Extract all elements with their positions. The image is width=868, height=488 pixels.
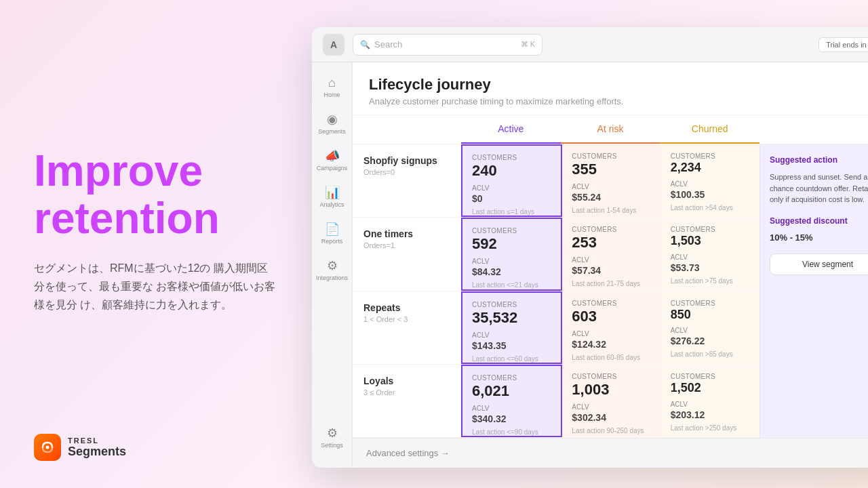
cell-repeats-churned[interactable]: Customers 850 ACLV $276.22 Last action >…: [661, 291, 760, 364]
cell-loyals-churned[interactable]: Customers 1,502 ACLV $203.12 Last action…: [661, 365, 760, 437]
cell-onetimers-atrisk[interactable]: Customers 253 ACLV $57.34 Last action 21…: [562, 218, 660, 290]
hero-description: セグメントは、RFMに基づいた12の 購入期間区分を使って、最も重要な お客様や…: [34, 259, 278, 314]
cell-loyals-atrisk[interactable]: Customers 1,003 ACLV $302.34 Last action…: [562, 365, 660, 437]
row-meta: Orders=0: [363, 168, 450, 176]
table-area: Active At risk Churned Shopfiy signups O…: [353, 115, 868, 438]
page-subtitle: Analyze customer purchase timing to maxi…: [369, 96, 868, 106]
content-area: Lifecycle journey Analyze customer purch…: [353, 62, 868, 468]
advanced-settings-link[interactable]: Advanced settings →: [366, 448, 450, 458]
suggested-discount-value: 10% - 15%: [770, 232, 868, 243]
suggested-action-desc: Suppress and sunset. Send a last chance …: [770, 171, 868, 205]
table-row: Loyals 3 ≤ Order Customers 6,021 ACLV $3…: [353, 365, 760, 438]
main-area: ⌂ Home ◉ Segments 📣 Campaigns 📊 Analytic…: [312, 62, 868, 468]
sidebar-item-campaigns[interactable]: 📣 Campaigns: [315, 143, 350, 177]
cell-loyals-active[interactable]: Customers 6,021 ACLV $340.32 Last action…: [461, 365, 562, 437]
search-icon: 🔍: [360, 40, 370, 49]
sidebar-item-analytics[interactable]: 📊 Analytics: [315, 180, 350, 214]
top-bar: A 🔍 Search ⌘ K Trial ends in 24: [312, 27, 868, 62]
brand-name-top: TRESL: [68, 436, 126, 445]
cell-onetimers-churned[interactable]: Customers 1,503 ACLV $53.73 Last action …: [661, 218, 760, 290]
cell-shopify-active[interactable]: Customers 240 ACLV $0 Last action ≤=1 da…: [461, 144, 562, 217]
sidebar-item-home[interactable]: ⌂ Home: [315, 70, 350, 104]
sidebar-label-settings: Settings: [321, 442, 343, 449]
integrations-icon: ⚙: [327, 258, 338, 273]
search-shortcut: ⌘ K: [521, 40, 535, 49]
sidebar-item-segments[interactable]: ◉ Segments: [315, 106, 350, 140]
search-placeholder: Search: [374, 39, 402, 49]
row-label-repeats: Repeats 1 < Order < 3: [353, 291, 461, 364]
data-rows: Shopfiy signups Orders=0 Customers 240 A…: [353, 144, 760, 438]
brand-logo: TRESL Segments: [34, 434, 126, 461]
view-segment-button[interactable]: View segment: [770, 253, 868, 275]
home-icon: ⌂: [328, 76, 336, 90]
cell-repeats-active[interactable]: Customers 35,532 ACLV $143.35 Last actio…: [461, 291, 562, 364]
svg-point-0: [46, 446, 50, 449]
sidebar-label-integrations: Integrations: [316, 274, 348, 281]
suggested-panel: Suggested action Suppress and sunset. Se…: [760, 144, 868, 438]
sidebar-label-segments: Segments: [318, 128, 346, 135]
trial-badge: Trial ends in 24: [818, 37, 868, 52]
sidebar-label-analytics: Analytics: [319, 201, 344, 208]
sidebar-label-home: Home: [323, 92, 340, 98]
sidebar-item-settings[interactable]: ⚙ Settings: [315, 420, 350, 454]
cell-shopify-churned[interactable]: Customers 2,234 ACLV $100.35 Last action…: [661, 144, 760, 217]
table-row: One timers Orders=1 Customers 592 ACLV $…: [353, 218, 760, 291]
table-row: Repeats 1 < Order < 3 Customers 35,532 A…: [353, 291, 760, 365]
brand-name-bottom: Segments: [68, 445, 126, 459]
tab-active[interactable]: Active: [461, 115, 561, 144]
sidebar-label-campaigns: Campaigns: [317, 165, 348, 171]
row-label-shopify: Shopfiy signups Orders=0: [353, 144, 461, 217]
sidebar-item-integrations[interactable]: ⚙ Integrations: [315, 253, 350, 287]
row-label-onetimers: One timers Orders=1: [353, 218, 461, 290]
page-title: Lifecycle journey: [369, 76, 868, 94]
brand-text: TRESL Segments: [68, 436, 126, 459]
segments-icon: ◉: [327, 112, 338, 127]
row-name: Shopfiy signups: [363, 155, 450, 166]
row-label-loyals: Loyals 3 ≤ Order: [353, 365, 461, 437]
hero-section: Improve retention セグメントは、RFMに基づいた12の 購入期…: [0, 0, 312, 488]
hero-title: Improve retention: [34, 147, 278, 243]
table-row: Shopfiy signups Orders=0 Customers 240 A…: [353, 144, 760, 218]
tab-churned[interactable]: Churned: [660, 115, 760, 144]
cell-repeats-atrisk[interactable]: Customers 603 ACLV $124.32 Last action 6…: [562, 291, 660, 364]
sidebar-label-reports: Reports: [321, 238, 343, 245]
settings-icon: ⚙: [327, 426, 338, 441]
search-bar[interactable]: 🔍 Search ⌘ K: [353, 34, 542, 56]
tab-header-row: Active At risk Churned: [353, 115, 868, 144]
customers-value: 240: [472, 163, 551, 179]
avatar: A: [323, 34, 344, 56]
cell-onetimers-active[interactable]: Customers 592 ACLV $84.32 Last action <=…: [461, 218, 562, 290]
sidebar-item-reports[interactable]: 📄 Reports: [315, 216, 350, 250]
brand-icon: [34, 434, 61, 461]
cell-shopify-atrisk[interactable]: Customers 355 ACLV $55.24 Last action 1-…: [562, 144, 660, 217]
campaigns-icon: 📣: [325, 148, 340, 163]
suggested-action-title: Suggested action: [770, 155, 868, 165]
suggested-discount-title: Suggested discount: [770, 216, 868, 226]
reports-icon: 📄: [325, 222, 340, 237]
app-window: A 🔍 Search ⌘ K Trial ends in 24 ⌂ Home ◉…: [312, 27, 868, 468]
tab-atrisk[interactable]: At risk: [561, 115, 660, 144]
analytics-icon: 📊: [325, 185, 340, 200]
sidebar: ⌂ Home ◉ Segments 📣 Campaigns 📊 Analytic…: [312, 62, 353, 468]
bottom-bar: Advanced settings →: [353, 438, 868, 468]
page-header: Lifecycle journey Analyze customer purch…: [353, 62, 868, 115]
